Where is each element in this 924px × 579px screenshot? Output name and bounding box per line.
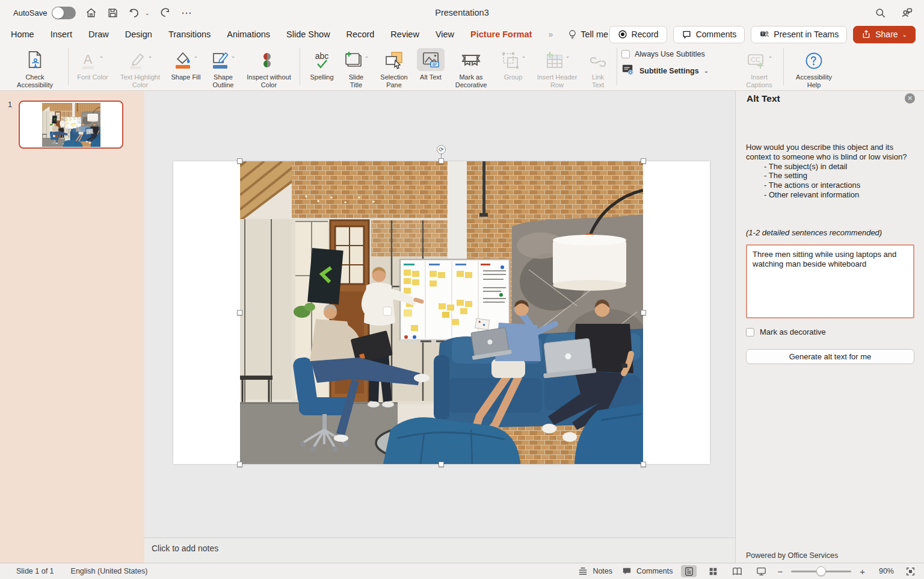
resize-handle-bottom-right[interactable] bbox=[641, 462, 646, 467]
zoom-slider-thumb[interactable] bbox=[816, 566, 826, 576]
always-use-subtitles-box-icon[interactable] bbox=[621, 50, 630, 58]
slide-sorter-view-button[interactable] bbox=[705, 565, 721, 577]
font-color-chevron-icon[interactable]: ⌄ bbox=[99, 53, 104, 59]
tab-transitions[interactable]: Transitions bbox=[168, 29, 211, 39]
autosave-toggle[interactable]: AutoSave bbox=[13, 7, 76, 19]
tab-animations[interactable]: Animations bbox=[227, 29, 270, 39]
alt-text-bullet-setting: - The setting bbox=[746, 171, 917, 181]
tell-me[interactable]: Tell me bbox=[568, 29, 608, 40]
tab-overflow-chevrons[interactable]: » bbox=[548, 29, 552, 39]
link-text-button[interactable]: Link Text bbox=[584, 47, 612, 90]
resize-handle-top-left[interactable] bbox=[237, 158, 242, 164]
comments-toggle[interactable]: Comments bbox=[621, 566, 673, 577]
resize-handle-bottom-left[interactable] bbox=[237, 462, 242, 467]
slide-show-view-button[interactable] bbox=[753, 565, 769, 577]
selection-pane-button[interactable]: Selection Pane bbox=[373, 47, 415, 90]
slide-title-button[interactable]: ⌄ Slide Title bbox=[339, 47, 373, 90]
tab-draw[interactable]: Draw bbox=[88, 29, 109, 39]
always-use-subtitles-checkbox[interactable]: Always Use Subtitles bbox=[621, 50, 739, 58]
inspect-without-color-label: Inspect without Color bbox=[245, 73, 292, 88]
ribbon-divider bbox=[617, 48, 617, 85]
notes-toggle[interactable]: Notes bbox=[577, 566, 612, 577]
notes-placeholder[interactable]: Click to add notes bbox=[152, 543, 218, 553]
share-button[interactable]: Share ⌄ bbox=[853, 26, 916, 43]
tab-view[interactable]: View bbox=[436, 29, 454, 39]
slide-canvas[interactable]: ⟳ bbox=[144, 91, 735, 537]
slide-title-chevron-icon[interactable]: ⌄ bbox=[365, 53, 369, 59]
shape-fill-chevron-icon[interactable]: ⌄ bbox=[194, 53, 199, 59]
mark-as-decorative-checkbox-label: Mark as decorative bbox=[760, 327, 826, 336]
zoom-level[interactable]: 90% bbox=[873, 567, 894, 575]
lightbulb-icon bbox=[568, 29, 577, 40]
mark-as-decorative-button[interactable]: Mark as Decorative bbox=[446, 47, 496, 90]
inspect-without-color-button[interactable]: Inspect without Color bbox=[242, 47, 295, 90]
shape-outline-button[interactable]: ⌄ Shape Outline bbox=[204, 47, 242, 90]
close-pane-icon[interactable]: ✕ bbox=[905, 93, 915, 104]
notes-area[interactable]: Click to add notes bbox=[144, 537, 735, 563]
tab-record[interactable]: Record bbox=[346, 29, 375, 39]
redo-icon[interactable] bbox=[158, 6, 171, 19]
more-commands-icon[interactable]: ⋯ bbox=[180, 6, 193, 19]
save-icon[interactable] bbox=[106, 6, 119, 19]
fit-slide-to-window-button[interactable] bbox=[902, 565, 918, 577]
resize-handle-middle-right[interactable] bbox=[641, 310, 646, 315]
subtitle-settings-button[interactable]: Subtitle Settings ⌄ bbox=[621, 64, 739, 78]
mark-as-decorative-box-icon[interactable] bbox=[746, 328, 754, 336]
alt-text-button[interactable]: Alt Text bbox=[415, 47, 446, 82]
presenter-coach-icon[interactable] bbox=[900, 6, 913, 19]
record-button-label: Record bbox=[632, 29, 659, 39]
shape-fill-button[interactable]: ⌄ Shape Fill bbox=[168, 47, 204, 82]
undo-dropdown-chevron-icon[interactable]: ⌄ bbox=[144, 10, 149, 16]
spelling-button[interactable]: abc Spelling bbox=[304, 47, 339, 82]
accessibility-help-button[interactable]: Accessibility Help bbox=[788, 47, 840, 90]
reading-view-button[interactable] bbox=[729, 565, 745, 577]
present-in-teams-button[interactable]: T Present in Teams bbox=[751, 26, 847, 43]
normal-view-button[interactable] bbox=[681, 565, 697, 577]
accessibility-help-icon bbox=[805, 48, 823, 71]
resize-handle-middle-left[interactable] bbox=[237, 310, 242, 315]
slide[interactable]: ⟳ bbox=[173, 161, 710, 464]
slide-thumbnail-panel: 1 bbox=[0, 91, 144, 563]
record-button[interactable]: Record bbox=[609, 26, 667, 43]
group-button[interactable]: ⌄ Group bbox=[496, 47, 531, 82]
generate-alt-text-button[interactable]: Generate alt text for me bbox=[746, 349, 914, 364]
zoom-out-button[interactable]: − bbox=[777, 566, 783, 577]
alt-text-input[interactable]: Three men sitting while using laptops an… bbox=[746, 244, 914, 318]
group-chevron-icon[interactable]: ⌄ bbox=[522, 53, 526, 59]
undo-icon[interactable] bbox=[128, 6, 141, 19]
search-icon[interactable] bbox=[873, 6, 887, 19]
selection-pane-icon bbox=[384, 48, 404, 71]
insert-header-row-button[interactable]: ⌄ Insert Header Row bbox=[531, 47, 584, 90]
rotation-handle[interactable]: ⟳ bbox=[437, 145, 446, 154]
insert-captions-icon: CC bbox=[746, 48, 766, 71]
tab-home[interactable]: Home bbox=[11, 29, 34, 39]
insert-header-row-icon bbox=[544, 48, 564, 71]
insert-captions-button[interactable]: CC ⌄ Insert Captions bbox=[739, 47, 779, 90]
zoom-slider[interactable] bbox=[791, 571, 851, 572]
always-use-subtitles-label: Always Use Subtitles bbox=[635, 50, 705, 58]
resize-handle-bottom-center[interactable] bbox=[439, 462, 444, 467]
tab-design[interactable]: Design bbox=[125, 29, 152, 39]
shape-outline-label: Shape Outline bbox=[207, 73, 239, 88]
tab-insert[interactable]: Insert bbox=[51, 29, 72, 39]
zoom-in-button[interactable]: + bbox=[860, 566, 865, 577]
resize-handle-top-right[interactable] bbox=[641, 158, 646, 164]
language-label[interactable]: English (United States) bbox=[71, 567, 148, 575]
text-highlight-chevron-icon[interactable]: ⌄ bbox=[148, 53, 153, 59]
comments-button[interactable]: Comments bbox=[673, 26, 745, 43]
check-accessibility-button[interactable]: Check Accessibility bbox=[6, 47, 64, 90]
slide-1-thumbnail[interactable] bbox=[19, 101, 123, 149]
font-color-button[interactable]: A ⌄ Font Color bbox=[73, 47, 112, 82]
tab-picture-format[interactable]: Picture Format bbox=[470, 29, 532, 39]
tab-review[interactable]: Review bbox=[390, 29, 419, 39]
shape-outline-chevron-icon[interactable]: ⌄ bbox=[231, 53, 236, 59]
insert-captions-chevron-icon[interactable]: ⌄ bbox=[768, 53, 773, 59]
insert-header-row-chevron-icon[interactable]: ⌄ bbox=[565, 53, 570, 59]
resize-handle-top-center[interactable] bbox=[439, 158, 444, 164]
selected-picture[interactable]: ⟳ bbox=[240, 161, 643, 464]
tab-slide-show[interactable]: Slide Show bbox=[286, 29, 330, 39]
home-icon[interactable] bbox=[84, 6, 97, 19]
text-highlight-color-button[interactable]: ⌄ Text Highlight Color bbox=[112, 47, 168, 90]
mark-as-decorative-checkbox[interactable]: Mark as decorative bbox=[746, 327, 826, 336]
autosave-switch-icon[interactable] bbox=[52, 7, 76, 19]
